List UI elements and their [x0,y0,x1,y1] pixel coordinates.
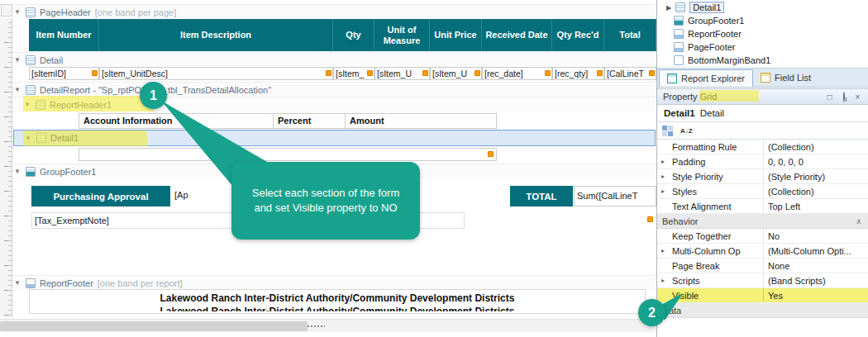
smart-tag-icon[interactable] [475,70,480,76]
band-collapse-icon[interactable]: ▼ [13,279,21,287]
smart-tag-icon[interactable] [488,151,494,157]
category-collapse-icon[interactable]: ∧ [856,217,861,225]
field-cell[interactable]: [sItem_U [374,67,430,80]
property-value[interactable]: Top Left [763,199,868,213]
field-cell[interactable]: [sItem_U [430,67,482,80]
tree-item-reportfooter[interactable]: ReportFooter [674,27,742,40]
property-row[interactable]: Text Alignment Top Left [657,199,868,214]
property-row[interactable]: ▸ Padding 0, 0, 0, 0 [657,154,868,169]
empty-field-cell[interactable] [79,148,497,161]
tree-item-bottommarginband1[interactable]: BottomMarginBand1 [674,54,770,67]
band-header-reportfooter[interactable]: ▼ ReportFooter [one band per report] [13,275,656,290]
property-row-visible[interactable]: Visible Yes [657,288,868,303]
smart-tag-icon[interactable] [649,70,655,76]
allocation-header-cell[interactable]: Account Information [79,113,274,129]
property-expand-icon[interactable]: ▸ [661,187,665,195]
tree-expand-icon[interactable]: ▶ [666,4,671,12]
table-header-cell[interactable]: Qty [333,19,374,51]
property-expand-icon[interactable]: ▸ [661,158,665,165]
table-header-cell[interactable]: Item Number [29,19,99,51]
property-expand-icon[interactable]: ▸ [661,247,665,254]
smart-tag-icon[interactable] [92,70,98,76]
report-footer-title-cell[interactable]: Lakewood Ranch Inter-District Authority/… [29,289,646,314]
table-header-cell[interactable]: Qty Rec'd [552,19,604,51]
tab-report-explorer[interactable]: Report Explorer [659,69,753,87]
property-expand-icon[interactable]: ▸ [661,277,665,284]
purchasing-approval-cell[interactable]: Purchasing Approval [31,186,170,206]
tab-field-list[interactable]: Field List [753,69,818,87]
total-expression-cell[interactable]: Sum([CalLineT [574,186,656,206]
categorized-icon[interactable] [662,126,673,136]
band-collapse-icon[interactable]: ▼ [24,135,32,142]
table-header-cell[interactable]: Unit Price [430,19,482,51]
band-collapse-icon[interactable]: ▼ [13,168,21,175]
smart-tag-icon[interactable] [326,70,331,76]
alphabetical-sort-icon[interactable]: A↓Z [680,127,693,135]
property-value[interactable]: (Collection) [763,184,868,198]
property-expand-icon[interactable]: ▸ [661,173,665,180]
band-header-pageheader[interactable]: ▼ PageHeader [one band per page] [13,4,656,19]
smart-tag-icon[interactable] [422,70,428,76]
property-value[interactable]: Yes [763,288,868,302]
band-header-detailreport[interactable]: ▼ DetailReport - "Sp_rptPOForm_tbl_Trans… [13,82,656,97]
property-value[interactable]: (Collection) [763,140,868,154]
table-header-cell[interactable]: Unit of Measure [374,19,430,51]
pin-icon[interactable] [838,92,849,102]
property-row[interactable]: Keep Together No [657,229,868,244]
property-value[interactable]: (Style Priority) [763,169,868,183]
field-cell[interactable]: [rec_date] [482,67,552,80]
smart-tag-icon[interactable] [647,216,653,222]
allocation-header-cell[interactable]: Percent [273,113,346,129]
table-header-cell[interactable]: Total [604,19,656,51]
table-header-cell[interactable]: Received Date [482,19,552,51]
total-label-cell[interactable]: TOTAL [510,186,573,206]
band-header-reportheader1[interactable]: ▼ ReportHeader1 [13,97,656,112]
property-value[interactable]: None [763,259,868,273]
property-value[interactable]: (Band Scripts) [763,273,868,287]
band-header-detail[interactable]: ▼ Detail [13,52,656,67]
field-cell[interactable]: [sItem_UnitDesc] [99,67,333,80]
field-cell[interactable]: [sItem_ [333,67,374,80]
maximize-icon[interactable]: □ [824,92,835,102]
scrollbar-thumb[interactable] [0,321,308,331]
splitter-grip-icon[interactable] [307,325,325,328]
field-cell[interactable]: [rec_qty] [552,67,604,80]
band-collapse-icon[interactable]: ▼ [13,86,21,93]
smart-tag-icon[interactable] [597,70,603,76]
property-value[interactable]: No [763,229,868,243]
approved-field[interactable]: [Ap [174,190,188,200]
band-label: PageHeader [40,7,91,17]
band-icon [26,85,36,95]
tree-item-groupfooter1[interactable]: GroupFooter1 [674,14,744,27]
field-cell[interactable]: [sItemID] [29,67,99,80]
table-header-cell[interactable]: Item Description [99,19,333,51]
property-category-data[interactable]: Data [657,303,868,318]
property-row[interactable]: ▸ Multi-Column Op (Multi-Column Opti... [657,244,868,259]
band-header-detail1-selected[interactable]: ▼ Detail1 [13,130,656,146]
smart-tag-icon[interactable] [545,70,551,76]
property-value[interactable]: (Multi-Column Opti... [763,244,868,258]
property-name: Scripts [657,276,763,286]
tree-item-detail1[interactable]: ▶ Detail1 [666,1,724,14]
band-collapse-icon[interactable]: ▼ [13,8,21,16]
band-collapse-icon[interactable]: ▼ [23,101,31,108]
band-collapse-icon[interactable]: ▼ [13,56,21,64]
smart-tag-icon[interactable] [367,70,373,76]
dock-tab-bar: Report Explorer Field List [657,68,868,88]
property-row[interactable]: Page Break None [657,259,868,273]
property-value[interactable]: 0, 0, 0, 0 [763,154,868,168]
tree-item-label: ReportFooter [688,29,742,39]
vertical-ruler[interactable] [0,18,12,317]
allocation-header-cell[interactable]: Amount [345,113,497,129]
property-row[interactable]: ▸ Style Priority (Style Priority) [657,169,868,184]
field-cell[interactable]: [CalLineT [604,67,656,80]
property-grid-titlebar[interactable]: Property Grid □ × [657,89,868,105]
property-category-behavior[interactable]: Behavior ∧ [657,214,868,229]
close-icon[interactable]: × [852,92,863,102]
object-selector[interactable]: Detail1 Detail [657,105,868,122]
horizontal-scrollbar[interactable] [0,319,656,332]
property-row[interactable]: ▸ Scripts (Band Scripts) [657,273,868,288]
tree-item-pagefooter[interactable]: PageFooter [674,40,735,54]
property-row[interactable]: ▸ Styles (Collection) [657,184,868,199]
property-row[interactable]: Formatting Rule (Collection) [657,140,868,154]
